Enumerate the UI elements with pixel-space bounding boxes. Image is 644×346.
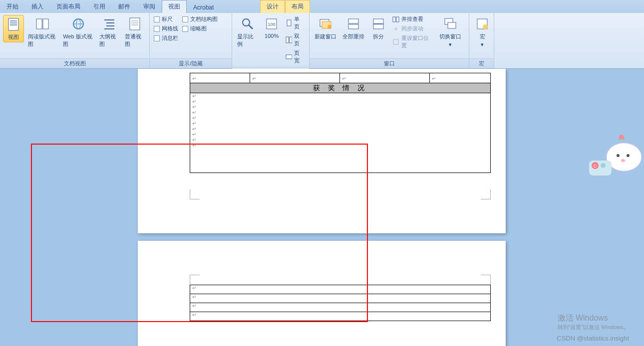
- csdn-watermark: CSDN @statistics.insight: [557, 335, 629, 342]
- page-corner-icon: [190, 275, 200, 285]
- svg-point-47: [619, 135, 624, 140]
- zoom-100-icon: 100: [264, 16, 280, 32]
- page-view-button[interactable]: 视图: [3, 15, 24, 42]
- reading-view-label: 阅读版式视图: [28, 33, 57, 48]
- svg-rect-36: [448, 22, 456, 28]
- page-width-button[interactable]: 页宽: [284, 49, 306, 65]
- section-header-cell[interactable]: 获 奖 情 况: [190, 83, 491, 93]
- ruler-checkbox[interactable]: 标尺: [153, 15, 179, 23]
- table-row[interactable]: ↵ ↵ ↵ ↵ ↵ ↵ ↵ ↵ ↵ ↵: [190, 93, 491, 173]
- web-view-label: Web 版式视图: [63, 33, 93, 48]
- one-page-button[interactable]: 单页: [284, 15, 306, 31]
- web-view-button[interactable]: Web 版式视图: [61, 15, 95, 49]
- tab-reference[interactable]: 引用: [87, 0, 112, 13]
- outline-view-label: 大纲视图: [99, 33, 119, 48]
- svg-text:100: 100: [268, 22, 276, 27]
- new-window-icon: [318, 16, 333, 32]
- macros-button[interactable]: 宏 ▾: [472, 15, 492, 49]
- svg-rect-4: [36, 19, 42, 29]
- thumbnails-checkbox[interactable]: 缩略图: [181, 24, 219, 33]
- tab-view[interactable]: 视图: [162, 0, 187, 13]
- document-page-1[interactable]: ↵ ↵ ↵ ↵ 获 奖 情 况 ↵ ↵ ↵ ↵ ↵ ↵ ↵ ↵ ↵: [138, 69, 506, 233]
- document-page-2[interactable]: ↵ ↵ ↵ ↵: [138, 241, 506, 346]
- group-label-macros: 宏: [469, 58, 494, 68]
- tab-mail[interactable]: 邮件: [112, 0, 137, 13]
- two-pages-button[interactable]: 双页: [284, 32, 306, 48]
- switch-window-button[interactable]: 切换窗口 ▾: [437, 15, 463, 49]
- gridlines-checkbox[interactable]: 网格线: [153, 24, 179, 33]
- arrange-all-icon: [345, 16, 361, 32]
- svg-rect-13: [130, 18, 140, 30]
- tab-page-layout[interactable]: 页面布局: [50, 0, 87, 13]
- normal-view-button[interactable]: 普通视图: [123, 15, 146, 49]
- svg-point-46: [601, 163, 606, 168]
- table-row[interactable]: ↵: [190, 285, 491, 294]
- svg-rect-33: [396, 17, 399, 22]
- web-view-icon: [70, 16, 86, 32]
- svg-point-38: [483, 24, 488, 29]
- tab-insert[interactable]: 插入: [25, 0, 50, 13]
- zoom-button[interactable]: 显示比例: [235, 15, 260, 49]
- table-row-header[interactable]: 获 奖 情 况: [190, 83, 491, 93]
- ribbon: 视图 阅读版式视图 Web 版式视图 大纲视图 普通视图 文档视图: [0, 13, 644, 69]
- activate-windows-watermark: 激活 Windows 转到"设置"以激活 Windows。: [558, 313, 630, 331]
- group-label-show-hide: 显示/隐藏: [150, 58, 232, 68]
- tab-design[interactable]: 设计: [260, 0, 285, 13]
- document-table-2[interactable]: ↵ ↵ ↵ ↵: [190, 285, 491, 321]
- checkbox-icon: [182, 16, 188, 22]
- svg-rect-24: [286, 55, 292, 59]
- svg-point-40: [617, 154, 620, 157]
- reading-view-button[interactable]: 阅读版式视图: [26, 15, 59, 49]
- reset-window-pos-button[interactable]: 重设窗口位置: [390, 34, 435, 50]
- new-window-button[interactable]: 新建窗口: [313, 15, 338, 41]
- arrange-all-button[interactable]: 全部重排: [340, 15, 366, 41]
- sync-scroll-button[interactable]: 同步滚动: [390, 24, 435, 33]
- page-corner-icon: [190, 189, 200, 199]
- svg-point-27: [327, 25, 331, 29]
- svg-rect-23: [290, 37, 292, 43]
- group-doc-views: 视图 阅读版式视图 Web 版式视图 大纲视图 普通视图 文档视图: [0, 13, 150, 68]
- decorative-sticker: C: [589, 130, 644, 177]
- svg-point-39: [607, 143, 642, 171]
- checkbox-icon: [182, 26, 188, 32]
- svg-point-42: [621, 159, 625, 162]
- normal-view-label: 普通视图: [125, 33, 144, 48]
- group-label-doc-views: 文档视图: [0, 58, 149, 68]
- split-button[interactable]: 拆分: [368, 15, 388, 41]
- table-row[interactable]: ↵: [190, 312, 491, 321]
- normal-view-icon: [127, 16, 143, 32]
- svg-point-41: [627, 154, 630, 157]
- switch-window-icon: [442, 16, 458, 32]
- workspace[interactable]: ↵ ↵ ↵ ↵ 获 奖 情 况 ↵ ↵ ↵ ↵ ↵ ↵ ↵ ↵ ↵: [0, 69, 644, 346]
- svg-rect-2: [10, 22, 17, 23]
- macros-icon: [474, 16, 490, 32]
- table-row[interactable]: ↵: [190, 303, 491, 312]
- tab-review[interactable]: 审阅: [137, 0, 162, 13]
- svg-point-17: [243, 19, 250, 26]
- svg-rect-28: [348, 19, 358, 23]
- messagebar-checkbox[interactable]: 消息栏: [153, 34, 179, 42]
- svg-rect-32: [393, 17, 395, 22]
- svg-rect-34: [393, 39, 398, 44]
- outline-view-button[interactable]: 大纲视图: [97, 15, 121, 49]
- svg-rect-22: [286, 37, 289, 43]
- page-corner-icon: [481, 275, 491, 285]
- group-label-window: 窗口: [310, 58, 469, 68]
- document-table[interactable]: ↵ ↵ ↵ ↵ 获 奖 情 况 ↵ ↵ ↵ ↵ ↵ ↵ ↵ ↵ ↵: [190, 73, 491, 173]
- tab-layout[interactable]: 布局: [285, 0, 310, 13]
- svg-rect-3: [10, 24, 17, 25]
- side-by-side-button[interactable]: 并排查看: [390, 15, 435, 23]
- docmap-checkbox[interactable]: 文档结构图: [181, 15, 219, 23]
- tab-acrobat[interactable]: Acrobat: [187, 1, 220, 13]
- svg-line-18: [249, 25, 253, 29]
- table-row[interactable]: ↵: [190, 294, 491, 303]
- table-row[interactable]: ↵ ↵ ↵ ↵: [190, 73, 491, 83]
- svg-rect-1: [10, 20, 17, 21]
- group-window: 新建窗口 全部重排 拆分 并排查看 同步滚动 重设窗口位置 切换窗口 ▾ 窗口: [310, 13, 469, 68]
- chevron-down-icon: ▾: [449, 41, 452, 48]
- chevron-down-icon: ▾: [481, 41, 484, 48]
- tab-start[interactable]: 开始: [0, 0, 25, 13]
- checkbox-icon: [154, 26, 160, 32]
- svg-rect-21: [287, 20, 291, 26]
- zoom-100-button[interactable]: 100 100%: [262, 15, 282, 40]
